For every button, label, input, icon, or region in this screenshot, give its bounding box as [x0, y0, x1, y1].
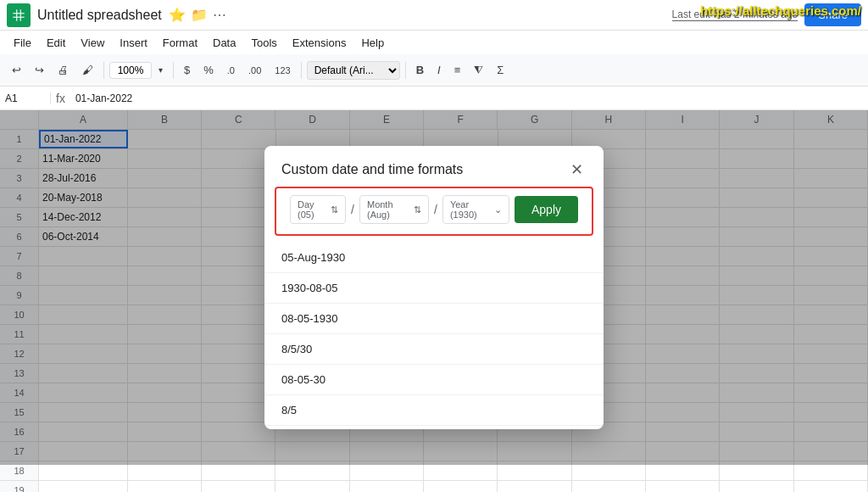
font-select[interactable]: Default (Ari... — [307, 61, 400, 80]
text-align-button[interactable]: ≡ — [449, 61, 466, 79]
percent-button[interactable]: % — [198, 61, 219, 79]
cell-empty[interactable] — [275, 481, 349, 492]
month-dropdown-label: Month (Aug) — [367, 199, 410, 220]
apply-button[interactable]: Apply — [515, 196, 578, 223]
menu-extensions[interactable]: Extensions — [286, 34, 353, 52]
month-dropdown-arrows: ⇅ — [414, 204, 421, 215]
menu-format[interactable]: Format — [156, 34, 204, 52]
filter-button[interactable]: ⧨ — [469, 61, 488, 80]
format-selector-row: Day (05) ⇅ / Month (Aug) ⇅ / Year (1930)… — [275, 187, 593, 236]
list-item[interactable]: 08-05-1930 — [264, 304, 604, 334]
app-icon — [7, 3, 31, 27]
watermark: https://alltechqueries.com/ — [700, 3, 861, 18]
cell-empty[interactable] — [794, 481, 868, 492]
menu-view[interactable]: View — [74, 34, 111, 52]
main-area: A B C D E F G H I J K 101-Jan-2022211-Ma… — [0, 110, 868, 465]
title-bar: Untitled spreadsheet ⭐ 📁 ⋯ Last edit was… — [0, 0, 868, 31]
year-dropdown-arrows: ⌄ — [494, 204, 502, 215]
drive-icon[interactable]: 📁 — [191, 7, 208, 23]
zoom-input[interactable]: 100% — [109, 62, 152, 79]
list-item[interactable]: 08-05 — [264, 426, 604, 429]
undo-button[interactable]: ↩ — [7, 61, 26, 79]
cell-empty[interactable] — [128, 481, 202, 492]
decimal-increase-button[interactable]: .00 — [243, 63, 266, 78]
menu-insert[interactable]: Insert — [113, 34, 154, 52]
list-item[interactable]: 8/5 — [264, 395, 604, 426]
cell-empty[interactable] — [646, 481, 720, 492]
toolbar-separator-3 — [301, 62, 302, 79]
cell-empty[interactable] — [498, 481, 571, 492]
formula-bar: A1 fx 01-Jan-2022 — [0, 87, 868, 110]
menu-tools[interactable]: Tools — [244, 34, 283, 52]
modal-close-button[interactable]: ✕ — [566, 159, 587, 180]
formula-separator: fx — [51, 92, 70, 105]
list-item[interactable]: 8/5/30 — [264, 334, 604, 365]
format-list: 05-Aug-19301930-08-0508-05-19308/5/3008-… — [264, 243, 604, 429]
menu-help[interactable]: Help — [354, 34, 391, 52]
cell-empty[interactable] — [350, 481, 424, 492]
more-icon[interactable]: ⋯ — [213, 7, 226, 23]
currency-button[interactable]: $ — [179, 61, 195, 79]
separator-1: / — [351, 203, 354, 216]
italic-button[interactable]: I — [432, 61, 446, 79]
zoom-control: 100% ▾ — [109, 62, 168, 79]
toolbar: ↩ ↪ 🖨 🖌 100% ▾ $ % .0 .00 123 Default (A… — [0, 54, 868, 87]
toolbar-separator-1 — [103, 62, 104, 79]
modal-overlay: Custom date and time formats ✕ Day (05) … — [0, 110, 868, 465]
sum-button[interactable]: Σ — [492, 61, 509, 79]
toolbar-separator-2 — [173, 62, 174, 79]
table-row: 19 — [0, 481, 868, 492]
cell-reference[interactable]: A1 — [0, 92, 51, 104]
decimal-decrease-button[interactable]: .0 — [222, 63, 240, 78]
year-dropdown[interactable]: Year (1930) ⌄ — [442, 195, 509, 224]
list-item[interactable]: 1930-08-05 — [264, 273, 604, 304]
redo-button[interactable]: ↪ — [30, 61, 49, 79]
formula-content: 01-Jan-2022 — [70, 92, 868, 104]
modal-header: Custom date and time formats ✕ — [264, 146, 604, 187]
cell-empty[interactable] — [424, 481, 498, 492]
list-item[interactable]: 08-05-30 — [264, 365, 604, 395]
month-dropdown[interactable]: Month (Aug) ⇅ — [359, 195, 429, 224]
modal-title: Custom date and time formats — [281, 162, 463, 177]
day-dropdown[interactable]: Day (05) ⇅ — [290, 195, 346, 224]
paint-format-button[interactable]: 🖌 — [77, 61, 98, 79]
star-icon[interactable]: ⭐ — [169, 7, 186, 23]
toolbar-separator-4 — [405, 62, 406, 79]
cell-empty[interactable] — [202, 481, 275, 492]
cell-empty[interactable] — [572, 481, 646, 492]
list-item[interactable]: 05-Aug-1930 — [264, 243, 604, 273]
bold-button[interactable]: B — [411, 61, 429, 79]
cell-a19[interactable] — [39, 481, 128, 492]
print-button[interactable]: 🖨 — [53, 61, 74, 79]
more-formats-button[interactable]: 123 — [270, 63, 295, 78]
day-dropdown-arrows: ⇅ — [331, 204, 338, 215]
row-number: 19 — [0, 481, 39, 492]
title-action-icons: ⭐ 📁 ⋯ — [169, 7, 226, 23]
svg-rect-0 — [13, 9, 25, 21]
menu-bar: File Edit View Insert Format Data Tools … — [0, 31, 868, 54]
menu-data[interactable]: Data — [206, 34, 242, 52]
custom-date-time-modal: Custom date and time formats ✕ Day (05) … — [264, 146, 604, 429]
menu-edit[interactable]: Edit — [40, 34, 72, 52]
spreadsheet-title: Untitled spreadsheet — [37, 8, 162, 23]
year-dropdown-label: Year (1930) — [450, 199, 491, 220]
separator-2: / — [434, 203, 437, 216]
zoom-dropdown[interactable]: ▾ — [153, 63, 168, 77]
menu-file[interactable]: File — [7, 34, 38, 52]
cell-empty[interactable] — [720, 481, 793, 492]
day-dropdown-label: Day (05) — [298, 199, 327, 220]
